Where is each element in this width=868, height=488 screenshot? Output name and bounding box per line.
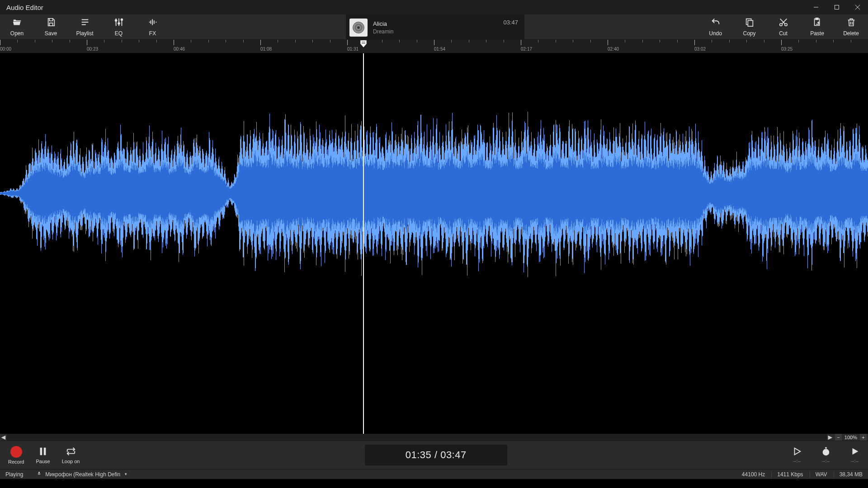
copy-icon <box>745 17 755 28</box>
window-controls <box>806 0 868 14</box>
save-icon <box>46 17 56 28</box>
playback-position: 01:35 <box>406 449 432 460</box>
now-playing-panel: Alicia Dreamin 03:47 <box>346 14 524 40</box>
svg-rect-10 <box>44 447 46 455</box>
svg-rect-4 <box>748 20 753 26</box>
waveform-area[interactable] <box>0 53 868 434</box>
zoom-level: 100% <box>843 435 859 440</box>
equalizer-icon <box>114 17 124 28</box>
track-artist: Alicia <box>373 20 498 28</box>
playlist-label: Playlist <box>76 30 93 37</box>
open-label: Open <box>10 30 24 37</box>
time-ruler[interactable]: 00:0000:2300:4601:0801:3101:5402:1702:40… <box>0 40 868 53</box>
play-solid-icon <box>850 446 860 457</box>
save-button[interactable]: Save <box>34 14 68 39</box>
svg-rect-8 <box>816 18 818 20</box>
window-title: Audio Editor <box>6 4 43 11</box>
svg-point-3 <box>121 19 123 21</box>
open-button[interactable]: Open <box>0 14 34 39</box>
undo-label: Undo <box>709 30 722 37</box>
svg-point-6 <box>784 23 787 26</box>
loop-button[interactable]: Loop on <box>62 446 80 464</box>
copy-label: Copy <box>743 30 755 37</box>
scroll-track[interactable] <box>7 434 827 441</box>
cut-label: Cut <box>779 30 788 37</box>
folder-open-icon <box>12 17 22 28</box>
transport-bar: Record Pause Loop on 01:35 / 03:47 --:--… <box>0 441 868 469</box>
playback-status: Playing <box>5 471 23 478</box>
status-bar: Playing Микрофон (Realtek High Defin ▼ 4… <box>0 469 868 479</box>
fx-label: FX <box>149 30 156 37</box>
play-end-label: --:-- <box>851 459 859 464</box>
timer-button[interactable]: --:-- <box>821 446 831 464</box>
scroll-right-button[interactable]: ► <box>827 434 834 441</box>
svg-point-2 <box>118 23 120 24</box>
record-icon <box>10 446 22 458</box>
paste-button[interactable]: Paste <box>800 14 834 39</box>
record-label: Record <box>8 459 24 465</box>
loop-label: Loop on <box>62 459 80 464</box>
zoom-out-button[interactable]: − <box>835 434 842 441</box>
waveform-canvas[interactable] <box>0 53 868 434</box>
maximize-button[interactable] <box>826 0 847 14</box>
playlist-icon <box>80 17 90 28</box>
cut-icon <box>778 17 788 28</box>
scroll-left-button[interactable]: ◄ <box>0 434 7 441</box>
disc-icon <box>353 22 364 33</box>
microphone-name: Микрофон (Realtek High Defin <box>45 471 120 478</box>
file-size: 38,34 MB <box>834 471 863 478</box>
track-title: Dreamin <box>373 28 498 36</box>
undo-icon <box>711 17 721 28</box>
copy-button[interactable]: Copy <box>732 14 766 39</box>
cut-button[interactable]: Cut <box>766 14 800 39</box>
play-from-start-button[interactable]: --:-- <box>792 446 802 464</box>
svg-point-5 <box>779 23 782 26</box>
svg-rect-9 <box>40 447 42 455</box>
timecode-display: 01:35 / 03:47 <box>365 445 507 465</box>
playhead-line <box>363 53 364 434</box>
fx-button[interactable]: FX <box>136 14 170 39</box>
fx-icon <box>148 17 158 28</box>
eq-button[interactable]: EQ <box>102 14 136 39</box>
chevron-down-icon: ▼ <box>124 472 127 476</box>
paste-icon <box>812 17 822 28</box>
svg-rect-0 <box>835 5 839 9</box>
trash-icon <box>846 17 856 28</box>
audio-format: WAV <box>810 471 827 478</box>
svg-point-1 <box>115 20 117 22</box>
pause-icon <box>38 446 48 457</box>
minimize-button[interactable] <box>806 0 826 14</box>
pause-button[interactable]: Pause <box>36 446 50 464</box>
svg-point-11 <box>823 449 830 456</box>
sample-rate: 44100 Hz <box>736 471 765 478</box>
timer-label: --:-- <box>822 459 830 464</box>
delete-button[interactable]: Delete <box>834 14 868 39</box>
undo-button[interactable]: Undo <box>698 14 732 39</box>
save-label: Save <box>45 30 57 37</box>
record-button[interactable]: Record <box>8 446 24 465</box>
svg-rect-12 <box>825 447 827 449</box>
microphone-selector[interactable]: Микрофон (Realtek High Defin ▼ <box>37 471 127 478</box>
playback-total: 03:47 <box>440 449 467 460</box>
titlebar: Audio Editor <box>0 0 868 14</box>
loop-icon <box>66 446 76 457</box>
eq-label: EQ <box>115 30 123 37</box>
play-to-end-button[interactable]: --:-- <box>850 446 860 464</box>
microphone-icon <box>37 471 42 478</box>
paste-label: Paste <box>810 30 824 37</box>
pause-label: Pause <box>36 459 50 464</box>
bitrate: 1411 Kbps <box>771 471 803 478</box>
track-duration: 03:47 <box>503 19 518 26</box>
play-start-label: --:-- <box>793 459 801 464</box>
album-art <box>349 19 368 37</box>
stopwatch-icon <box>821 446 831 457</box>
zoom-in-button[interactable]: + <box>860 434 867 441</box>
playlist-button[interactable]: Playlist <box>68 14 102 39</box>
close-button[interactable] <box>847 0 868 14</box>
horizontal-scrollbar: ◄ ► − 100% + <box>0 434 868 441</box>
play-outline-icon <box>792 446 802 457</box>
delete-label: Delete <box>843 30 859 37</box>
